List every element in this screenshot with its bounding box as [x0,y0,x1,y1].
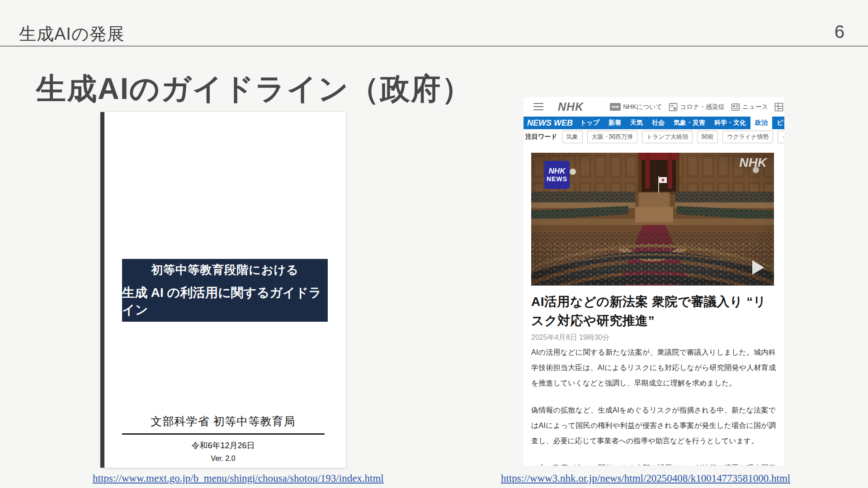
nhk-source-link[interactable]: https://www3.nhk.or.jp/news/html/2025040… [501,473,783,484]
topbar-about-nhk[interactable]: NHK NHKについて [610,103,662,111]
mext-banner-line2: 生成 AI の利活用に関するガイドライン [122,284,328,319]
article-body: AIの活用などに関する新たな法案が、衆議院で審議入りしました。城内科学技術担当大… [531,345,776,465]
article-headline: AI活用などの新法案 衆院で審議入り “リスク対応や研究推進” [531,292,776,330]
keyword-chip[interactable]: 関税 [697,131,718,143]
nhk-nav-item[interactable]: 科学・文化 [710,117,750,129]
article-paragraph: 偽情報の拡散など、生成AIをめぐるリスクが指摘される中、新たな法案ではAIによっ… [531,403,776,449]
topbar-news[interactable]: ニュース [731,103,768,112]
topbar-label: NHKについて [623,103,662,111]
mext-banner-line1: 初等中等教育段階における [151,262,298,278]
menu-icon[interactable] [533,103,543,110]
nhk-nav-item[interactable]: 政治 [750,117,772,129]
badge-nhk: NHK [549,167,566,175]
nhk-watermark: NHK [739,155,767,170]
nhk-mini-icon: NHK [610,103,621,111]
apps-grid-icon[interactable] [774,103,783,112]
slide-header-title: 生成AIの発展 [19,23,125,46]
keyword-chip[interactable]: 大阪・関西万博 [587,131,637,143]
mext-publisher-block: 文部科学省 初等中等教育局 令和6年12月26日 Ver. 2.0 [118,414,328,463]
topbar-label: ニュース [742,103,768,111]
document-spine [100,112,104,468]
nhk-news-screenshot: NHK NHK NHKについて コロナ・感染症 [524,97,784,465]
parliament-photo: NHK NEWS NHK [531,153,774,286]
slide-page: 生成AIの発展 6 生成AIのガイドライン（政府） 初等中等教育段階における 生… [0,0,868,488]
trending-keywords-label: 注目ワード [525,133,557,141]
topbar-corona[interactable]: コロナ・感染症 [669,103,725,112]
badge-news: NEWS [547,175,567,183]
keyword-chip[interactable]: 気象 [562,131,583,143]
nhk-news-badge: NHK NEWS [544,161,570,189]
nhk-nav-item[interactable]: 新着 [604,117,626,129]
nhk-nav-item[interactable]: 社会 [647,117,669,129]
mext-guideline-cover: 初等中等教育段階における 生成 AI の利活用に関するガイドライン 文部科学省 … [100,112,346,468]
trending-keywords-row: 注目ワード 気象大阪・関西万博トランプ大統領関税ウクライナ情勢イスラエル・パレス… [524,129,784,145]
newspaper-icon [731,103,740,112]
keyword-chip[interactable]: イスラエル・パレスチ [778,131,784,143]
mext-title-banner: 初等中等教育段階における 生成 AI の利活用に関するガイドライン [122,259,328,322]
mext-publisher: 文部科学省 初等中等教育局 [118,414,328,429]
article-date: 2025年4月8日 19時30分 [531,333,609,343]
play-icon[interactable] [752,260,764,275]
nhk-nav-item[interactable]: ビジネス [772,117,784,129]
news-web-logo[interactable]: NEWS WEB [527,118,573,128]
nhk-nav-item[interactable]: 気象・災害 [669,117,710,129]
mext-date: 令和6年12月26日 [118,440,328,451]
nhk-nav-item[interactable]: トップ [576,117,604,129]
article-paragraph: AIの活用などに関する新たな法案が、衆議院で審議入りしました。城内科学技術担当大… [531,345,776,391]
publisher-divider [122,433,325,435]
mext-version: Ver. 2.0 [118,455,328,463]
nhk-nav-item[interactable]: 天気 [626,117,647,129]
nhk-topbar-links: NHK NHKについて コロナ・感染症 [610,97,783,117]
nhk-logo[interactable]: NHK [558,100,584,113]
topbar-label: コロナ・感染症 [680,103,725,111]
mext-source-link[interactable]: https://www.mext.go.jp/b_menu/shingi/cho… [93,473,375,484]
article-paragraph: 一方、政府が全ての閣僚による本部を設置して、AI技術の適正な研究開発や活用を図る… [531,460,776,465]
slide-main-title: 生成AIのガイドライン（政府） [36,69,472,109]
infection-card-icon [669,103,678,112]
page-number: 6 [835,22,844,42]
nhk-topbar: NHK NHK NHKについて コロナ・感染症 [524,97,784,117]
keyword-chip[interactable]: ウクライナ情勢 [722,131,774,143]
nhk-nav-bar: NEWS WEB トップ新着天気社会気象・災害科学・文化政治ビジネス国際スポーツ [524,117,784,129]
keyword-chip[interactable]: トランプ大統領 [642,131,693,143]
header-divider [0,46,868,47]
